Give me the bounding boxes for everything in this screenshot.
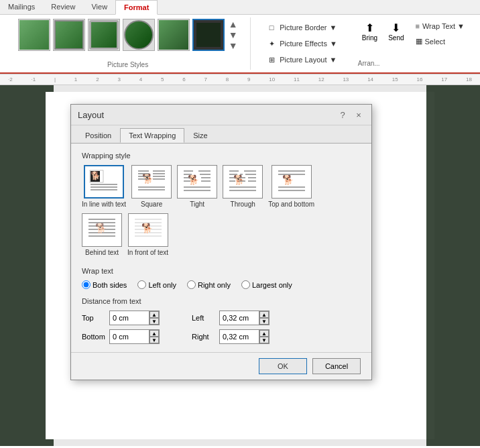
dialog-close-btn[interactable]: × (353, 109, 365, 121)
bottom-spin-up[interactable]: ▲ (149, 330, 159, 337)
ribbon: Mailings Review View Format ▲ ▼ ▼ Pictur… (0, 0, 480, 74)
tab-format[interactable]: Format (115, 0, 158, 15)
ruler-inner: ·2·1|123456789101112131415161718 (0, 76, 480, 82)
tab-review[interactable]: Review (43, 0, 83, 14)
tab-mailings[interactable]: Mailings (0, 0, 43, 14)
wrap-icon: ≡ (416, 22, 420, 30)
picture-styles-label: Picture Styles (107, 60, 148, 68)
wrap-option-behind[interactable]: 🐕 Behind text (82, 213, 122, 256)
dialog-controls: ? × (337, 109, 365, 121)
wrap-largest-only[interactable]: Largest only (241, 280, 292, 289)
wrap-right-only[interactable]: Right only (187, 280, 231, 289)
bring-icon: ⬆ (365, 21, 374, 34)
wrap-option-topbottom[interactable]: 🐕 Top and bottom (268, 165, 314, 208)
top-spin-down[interactable]: ▼ (149, 318, 159, 325)
bottom-input-group: ▲ ▼ (109, 329, 160, 344)
dialog-footer: OK Cancel (71, 352, 371, 380)
ruler-ticks: ·2·1|123456789101112131415161718 (3, 76, 477, 82)
cancel-button[interactable]: Cancel (312, 358, 361, 374)
wrap-both-sides[interactable]: Both sides (82, 280, 127, 289)
wrap-icon-topbottom: 🐕 (272, 165, 312, 199)
top-input[interactable] (109, 311, 149, 325)
top-label: Top (82, 314, 105, 322)
wrap-label-inline: In line with text (82, 201, 126, 208)
wrap-icon-behind: 🐕 (82, 213, 122, 247)
bottom-label: Bottom (82, 333, 105, 341)
ok-button[interactable]: OK (259, 358, 307, 374)
wrap-text-btn[interactable]: ≡ Wrap Text ▼ (411, 20, 469, 32)
bottom-spin-down[interactable]: ▼ (149, 337, 159, 343)
tab-text-wrapping[interactable]: Text Wrapping (120, 128, 184, 143)
distance-label: Distance from text (82, 297, 361, 305)
distance-col-right: Left ▲ ▼ Right (192, 311, 269, 344)
border-dropdown-icon: ▼ (330, 23, 337, 32)
select-btn[interactable]: ▦ Select (411, 35, 469, 48)
right-spin-down[interactable]: ▼ (259, 337, 269, 343)
svg-text:🐕: 🐕 (95, 223, 107, 234)
effects-dropdown-icon: ▼ (330, 40, 337, 48)
send-icon: ⬇ (392, 21, 400, 34)
style-thumb-2[interactable] (53, 19, 85, 51)
style-thumb-5[interactable] (158, 19, 190, 51)
tight-icon-svg: 🐕 (181, 168, 213, 195)
distance-row-left: Left ▲ ▼ (192, 311, 269, 325)
left-spin-down[interactable]: ▼ (259, 318, 269, 325)
wrap-text-radio-group: Both sides Left only Right only Largest … (82, 280, 361, 289)
arrange-group: ⬆ Bring ⬇ Send ≡ Wrap Text ▼ ▦ Select (353, 17, 475, 70)
layout-dialog: Layout ? × Position Text Wrapping Size W… (70, 104, 372, 380)
wrap-option-through[interactable]: 🐕 (223, 165, 263, 208)
wrap-option-infront[interactable]: 🐕 In front of text (127, 213, 168, 256)
wrap-label-topbottom: Top and bottom (268, 201, 314, 208)
picture-layout-btn[interactable]: ⊞ Picture Layout ▼ (261, 52, 342, 67)
right-spin-up[interactable]: ▲ (259, 330, 269, 337)
ribbon-tabs: Mailings Review View Format (0, 0, 480, 15)
select-icon: ▦ (416, 37, 422, 46)
top-spin-up[interactable]: ▲ (149, 311, 159, 318)
behind-icon-svg: 🐕 (86, 217, 118, 243)
right-input[interactable] (219, 329, 259, 344)
wrap-icon-through: 🐕 (223, 165, 263, 199)
distance-section: Distance from text Top ▲ ▼ (82, 297, 361, 344)
style-thumb-1[interactable] (18, 19, 50, 51)
wrap-option-inline[interactable]: 🐕 In line with text (82, 165, 126, 208)
picture-effects-btn[interactable]: ✦ Picture Effects ▼ (261, 36, 342, 51)
left-spin-up[interactable]: ▲ (259, 311, 269, 318)
arrange-label: Arran... (358, 58, 469, 67)
tab-position[interactable]: Position (76, 128, 120, 143)
style-scroll-down[interactable]: ▼ (229, 30, 238, 40)
send-backward-btn[interactable]: ⬇ Send (384, 20, 408, 57)
distance-row-bottom: Bottom ▲ ▼ (82, 329, 160, 344)
wrap-left-only[interactable]: Left only (137, 280, 176, 289)
wrap-option-square[interactable]: 🐕 Square (131, 165, 172, 208)
top-spinner: ▲ ▼ (149, 311, 160, 325)
style-thumb-3[interactable] (88, 19, 120, 51)
dialog-tabs: Position Text Wrapping Size (71, 125, 371, 144)
tab-view[interactable]: View (83, 0, 115, 14)
inline-icon-svg: 🐕 (88, 168, 120, 195)
bottom-input[interactable] (109, 329, 149, 344)
top-input-group: ▲ ▼ (109, 311, 160, 325)
style-scroll-up[interactable]: ▲ (229, 19, 238, 30)
distance-grid: Top ▲ ▼ Bottom (82, 311, 361, 344)
ribbon-content: ▲ ▼ ▼ Picture Styles □ Picture Border ▼ … (0, 15, 480, 74)
distance-row-top: Top ▲ ▼ (82, 311, 160, 325)
doc-image-right (426, 85, 480, 446)
left-input[interactable] (219, 311, 259, 325)
style-more[interactable]: ▼ (229, 40, 238, 51)
layout-icon: ⊞ (266, 54, 277, 65)
dialog-help-btn[interactable]: ? (337, 109, 349, 121)
svg-text:🐕: 🐕 (282, 174, 294, 186)
bring-forward-btn[interactable]: ⬆ Bring (358, 20, 381, 57)
wrap-icon-square: 🐕 (131, 165, 172, 199)
distance-col-left: Top ▲ ▼ Bottom (82, 311, 160, 344)
tab-size[interactable]: Size (184, 128, 216, 143)
style-thumb-6[interactable] (192, 19, 225, 51)
wrap-text-section: Wrap text Both sides Left only Right onl… (82, 267, 361, 289)
square-icon-svg: 🐕 (135, 168, 168, 195)
style-thumb-4[interactable] (123, 19, 155, 51)
picture-border-btn[interactable]: □ Picture Border ▼ (261, 20, 342, 35)
wrap-icon-tight: 🐕 (177, 165, 217, 199)
wrap-option-tight[interactable]: 🐕 Tight (177, 165, 217, 208)
dialog-title: Layout (78, 110, 104, 120)
svg-text:🐕: 🐕 (188, 174, 200, 186)
